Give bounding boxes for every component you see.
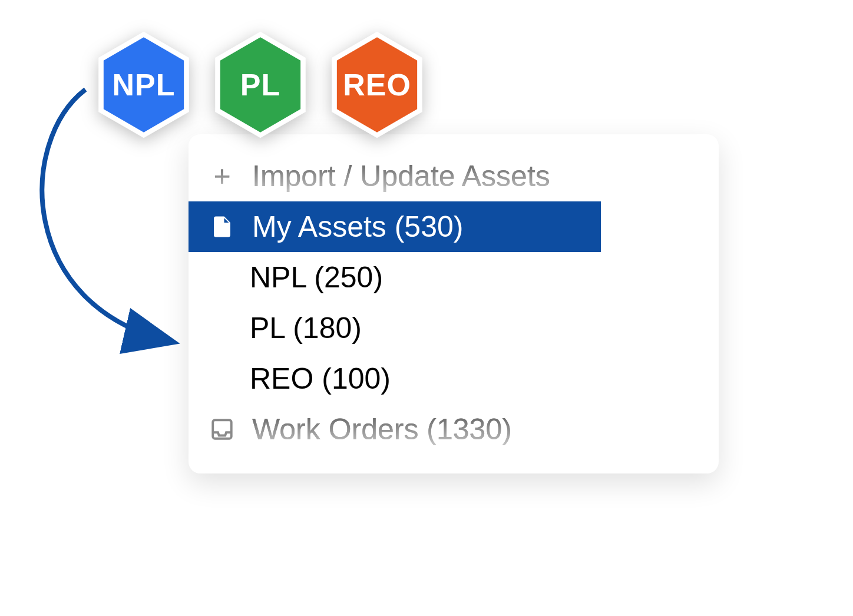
category-reo-item[interactable]: REO (100)	[189, 353, 719, 404]
work-orders-item[interactable]: Work Orders (1330)	[189, 404, 719, 455]
category-pl-label: PL (180)	[250, 311, 362, 345]
hexagon-npl[interactable]: NPL	[87, 28, 200, 141]
hexagon-reo[interactable]: REO	[320, 28, 434, 141]
file-icon	[207, 212, 237, 241]
my-assets-item[interactable]: My Assets (530)	[189, 201, 601, 252]
assets-menu-panel: + Import / Update Assets My Assets (530)…	[189, 134, 719, 473]
hexagon-reo-label: REO	[343, 67, 411, 102]
plus-icon: +	[207, 161, 237, 191]
import-update-label: Import / Update Assets	[252, 159, 550, 193]
work-orders-label: Work Orders (1330)	[252, 412, 512, 446]
category-npl-item[interactable]: NPL (250)	[189, 252, 719, 303]
hexagon-pl[interactable]: PL	[204, 28, 317, 141]
hexagon-npl-label: NPL	[113, 67, 176, 102]
category-pl-item[interactable]: PL (180)	[189, 303, 719, 353]
category-reo-label: REO (100)	[250, 362, 391, 396]
import-update-assets-item[interactable]: + Import / Update Assets	[189, 151, 719, 201]
hexagon-badge-group: NPL PL REO	[87, 28, 434, 141]
inbox-icon	[207, 415, 237, 444]
hexagon-pl-label: PL	[240, 67, 280, 102]
my-assets-label: My Assets (530)	[252, 210, 463, 244]
category-npl-label: NPL (250)	[250, 260, 383, 294]
